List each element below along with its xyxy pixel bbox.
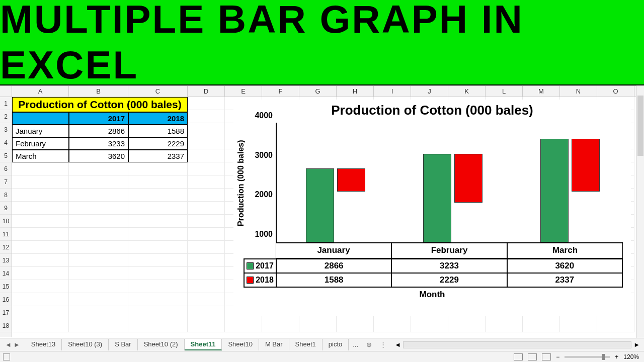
legend-series-name: 2018: [256, 276, 274, 285]
category-labels: JanuaryFebruaryMarch: [276, 243, 623, 258]
table-cell[interactable]: February: [12, 137, 69, 150]
y-axis: 1000200030004000: [249, 123, 276, 243]
sheet-tab-bar: ◄ ► Sheet13Sheet10 (3)S BarSheet10 (2)Sh…: [0, 338, 644, 351]
sheet-tab[interactable]: Sheet10 (2): [138, 339, 185, 350]
row-header[interactable]: 17: [0, 306, 12, 319]
select-all-corner[interactable]: [0, 86, 12, 97]
record-macro-icon[interactable]: [3, 353, 10, 360]
x-axis-label: Month: [236, 290, 628, 300]
column-header[interactable]: E: [225, 86, 262, 97]
row-header[interactable]: 4: [0, 136, 12, 149]
zoom-out-icon[interactable]: −: [556, 353, 559, 360]
scroll-right-icon[interactable]: ►: [633, 341, 640, 348]
sheet-tab[interactable]: Sheet11: [185, 339, 222, 350]
table-header-blank: [12, 112, 69, 125]
column-header[interactable]: I: [374, 86, 411, 97]
bar: [454, 154, 482, 203]
zoom-thumb[interactable]: [602, 354, 605, 360]
row-header[interactable]: 13: [0, 254, 12, 267]
row-header[interactable]: 14: [0, 267, 12, 280]
nav-next-icon[interactable]: ►: [14, 341, 20, 348]
row-header[interactable]: 2: [0, 110, 12, 123]
column-header[interactable]: L: [486, 86, 523, 97]
row-header[interactable]: 6: [0, 162, 12, 175]
row-header[interactable]: 16: [0, 293, 12, 306]
bar-chart[interactable]: Production of Cotton (000 bales) Product…: [233, 100, 631, 316]
row-header[interactable]: 1: [0, 97, 12, 110]
tab-nav-arrows[interactable]: ◄ ►: [0, 341, 25, 348]
tabs-more[interactable]: ...: [349, 341, 362, 348]
banner: MULTIPLE BAR GRAPH IN EXCEL: [0, 0, 644, 85]
status-bar: − + 120%: [0, 351, 644, 362]
column-header[interactable]: O: [597, 86, 634, 97]
row-header[interactable]: 9: [0, 202, 12, 215]
legend-key: 2017: [244, 259, 276, 273]
page-layout-view-icon[interactable]: [528, 353, 537, 360]
table-cell[interactable]: March: [12, 150, 69, 162]
y-tick: 2000: [255, 190, 273, 199]
table-row: February 3233 2229: [12, 137, 188, 150]
legend-value: 2337: [507, 273, 622, 287]
scrollbar-thumb[interactable]: [637, 96, 643, 156]
row-header[interactable]: 18: [0, 319, 12, 332]
row-header[interactable]: 8: [0, 189, 12, 202]
vertical-scrollbar[interactable]: [636, 85, 644, 338]
legend-swatch-icon: [247, 277, 254, 284]
sheet-tab[interactable]: S Bar: [109, 339, 138, 350]
table-cell[interactable]: January: [12, 125, 69, 137]
table-header-2018: 2018: [128, 112, 188, 125]
table-cell[interactable]: 1588: [128, 125, 188, 137]
row-header[interactable]: 12: [0, 241, 12, 254]
sheet-tab[interactable]: M Bar: [259, 339, 289, 350]
legend-series-name: 2017: [256, 261, 274, 270]
zoom-slider[interactable]: [565, 356, 610, 358]
column-header[interactable]: N: [560, 86, 597, 97]
legend-value: 3233: [391, 259, 507, 273]
table-cell[interactable]: 3233: [69, 137, 128, 150]
sheet-tab[interactable]: Sheet10: [222, 339, 259, 350]
zoom-in-icon[interactable]: +: [615, 353, 618, 360]
table-header-2017: 2017: [69, 112, 128, 125]
page-break-view-icon[interactable]: [542, 353, 551, 360]
column-header[interactable]: C: [128, 86, 188, 97]
column-header[interactable]: J: [411, 86, 448, 97]
table-cell[interactable]: 2229: [128, 137, 188, 150]
add-sheet-icon[interactable]: ⊕: [362, 341, 376, 348]
column-header[interactable]: A: [12, 86, 69, 97]
column-header[interactable]: D: [188, 86, 225, 97]
column-header[interactable]: B: [69, 86, 128, 97]
sheet-tab[interactable]: Sheet10 (3): [62, 339, 109, 350]
zoom-level[interactable]: 120%: [623, 353, 639, 360]
normal-view-icon[interactable]: [514, 353, 523, 360]
column-header[interactable]: G: [299, 86, 337, 97]
column-header[interactable]: M: [523, 86, 560, 97]
row-header[interactable]: 3: [0, 123, 12, 136]
banner-title: MULTIPLE BAR GRAPH IN EXCEL: [0, 0, 644, 88]
row-header[interactable]: 11: [0, 228, 12, 241]
scrollbar-track[interactable]: [403, 341, 631, 348]
sheet-tab[interactable]: picto: [323, 339, 349, 350]
table-cell[interactable]: 2866: [69, 125, 128, 137]
category-label: March: [507, 243, 623, 258]
bar: [337, 168, 365, 192]
row-header[interactable]: 10: [0, 215, 12, 228]
column-header[interactable]: F: [262, 86, 299, 97]
horizontal-scrollbar[interactable]: ◄ ►: [390, 341, 644, 348]
nav-prev-icon[interactable]: ◄: [5, 341, 12, 348]
sheet-tab[interactable]: Sheet1: [289, 339, 323, 350]
legend-value: 3620: [507, 259, 622, 273]
legend-swatch-icon: [247, 262, 254, 269]
cell-grid[interactable]: Production of Cotton (000 bales) 2017 20…: [12, 97, 644, 337]
table-cell[interactable]: 3620: [69, 150, 128, 162]
table-cell[interactable]: 2337: [128, 150, 188, 162]
sheet-tab[interactable]: Sheet13: [25, 339, 62, 350]
row-header[interactable]: 5: [0, 149, 12, 162]
legend-key: 2018: [244, 273, 276, 287]
column-header[interactable]: K: [448, 86, 486, 97]
tab-divider: ⋮: [376, 341, 390, 348]
scroll-left-icon[interactable]: ◄: [394, 341, 401, 348]
row-header[interactable]: 7: [0, 175, 12, 189]
y-tick: 3000: [255, 151, 273, 160]
row-header[interactable]: 15: [0, 280, 12, 293]
column-header[interactable]: H: [337, 86, 374, 97]
